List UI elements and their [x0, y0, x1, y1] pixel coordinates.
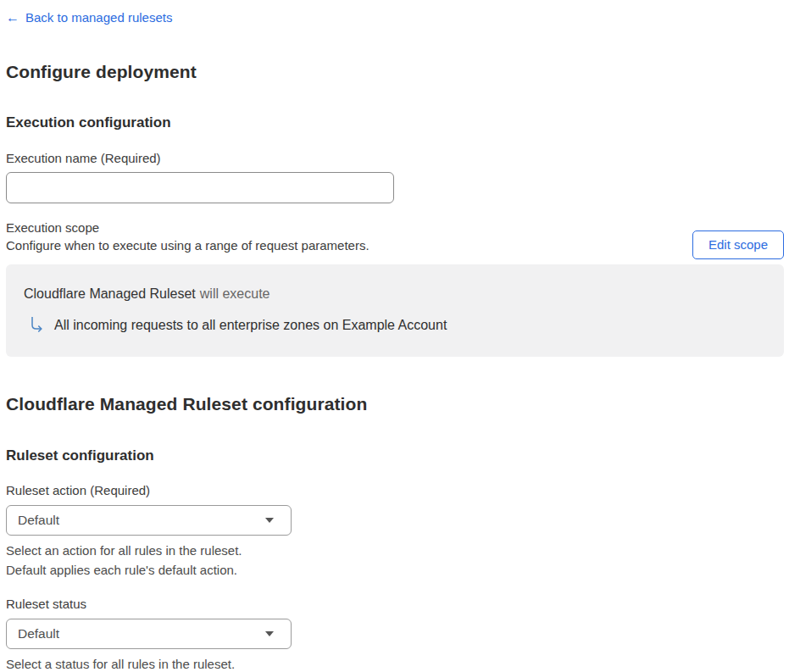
execution-scope-label: Execution scope [6, 219, 369, 236]
ruleset-action-selected-value: Default [18, 513, 59, 528]
ruleset-action-help-line-1: Select an action for all rules in the ru… [6, 541, 784, 560]
ruleset-configuration-title: Cloudflare Managed Ruleset configuration [6, 393, 784, 415]
scope-summary-text: All incoming requests to all enterprise … [54, 316, 447, 335]
execution-scope-description: Configure when to execute using a range … [6, 236, 369, 254]
ruleset-status-selected-value: Default [18, 626, 59, 641]
ruleset-action-help: Select an action for all rules in the ru… [6, 541, 784, 580]
chevron-down-icon [265, 518, 274, 523]
scope-summary-panel: Cloudflare Managed Rulesetwill execute A… [6, 264, 784, 357]
ruleset-action-help-line-2: Default applies each rule's default acti… [6, 560, 784, 580]
left-arrow-icon: ← [6, 11, 19, 25]
ruleset-action-select[interactable]: Default [6, 505, 292, 536]
scope-summary-detail: All incoming requests to all enterprise … [28, 316, 767, 335]
chevron-down-icon [265, 631, 274, 636]
execution-name-input[interactable] [6, 172, 394, 203]
back-to-managed-rulesets-link[interactable]: ← Back to managed rulesets [6, 10, 172, 25]
ruleset-configuration-subheading: Ruleset configuration [6, 447, 784, 464]
ruleset-configuration-section: Ruleset configuration Ruleset action (Re… [6, 447, 784, 672]
ruleset-status-select[interactable]: Default [6, 619, 292, 649]
will-execute-text: will execute [200, 286, 270, 301]
back-link-label: Back to managed rulesets [25, 10, 172, 25]
scope-summary-headline: Cloudflare Managed Rulesetwill execute [24, 286, 767, 303]
ruleset-status-help: Select a status for all rules in the rul… [6, 654, 784, 672]
execution-configuration-section: Execution configuration Execution name (… [6, 114, 784, 357]
execution-configuration-heading: Execution configuration [6, 114, 784, 131]
edit-scope-button[interactable]: Edit scope [692, 230, 784, 259]
ruleset-status-label: Ruleset status [6, 597, 784, 612]
execution-name-label: Execution name (Required) [6, 151, 784, 166]
ruleset-status-help-line-1: Select a status for all rules in the rul… [6, 654, 784, 672]
page-title: Configure deployment [6, 61, 784, 83]
down-right-arrow-icon [28, 316, 45, 335]
ruleset-action-label: Ruleset action (Required) [6, 483, 784, 498]
ruleset-name-text: Cloudflare Managed Ruleset [24, 286, 196, 301]
execution-scope-row: Execution scope Configure when to execut… [6, 219, 784, 259]
